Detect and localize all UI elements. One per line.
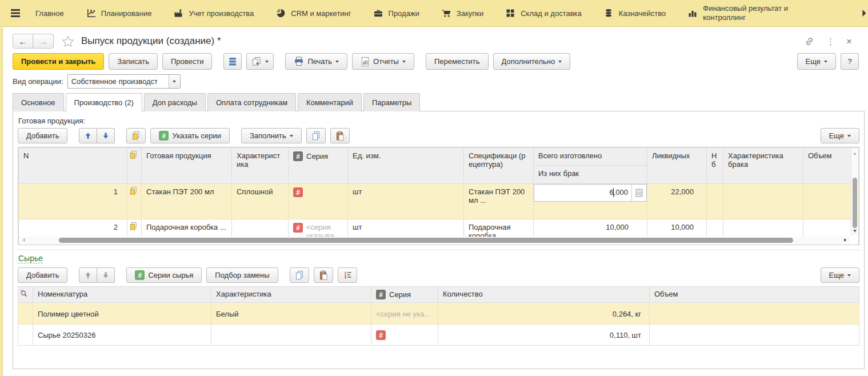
cell-volume[interactable] xyxy=(803,184,859,219)
products-fill-button[interactable]: Заполнить xyxy=(241,128,302,143)
products-specify-series-button[interactable]: # Указать серии xyxy=(150,128,229,143)
cell-doc-icon[interactable] xyxy=(127,184,142,219)
total-made-input[interactable]: 6,000 xyxy=(534,184,647,202)
search-icon xyxy=(20,290,31,298)
tab-osnovnoe[interactable]: Основное xyxy=(13,93,64,111)
tab-oplata-sotrudnikam[interactable]: Оплата сотрудникам xyxy=(207,93,296,111)
post-button[interactable]: Провести xyxy=(162,53,213,70)
scroll-down-icon[interactable] xyxy=(853,230,857,234)
forward-button[interactable]: → xyxy=(33,34,54,49)
materials-move-up-button[interactable] xyxy=(79,267,97,283)
materials-more-button[interactable]: Еще xyxy=(821,267,859,283)
menu-item-label: Казначейство xyxy=(619,9,666,18)
products-add-button[interactable]: Добавить xyxy=(18,128,67,143)
cell-row-marker[interactable] xyxy=(18,325,33,346)
menu-item-glavnoe[interactable]: Главное xyxy=(35,9,64,18)
menu-item-zakupki[interactable]: Закупки xyxy=(441,8,483,18)
materials-sort-button[interactable] xyxy=(338,267,357,283)
scroll-right-icon[interactable] xyxy=(844,238,849,242)
cell-series[interactable]: # xyxy=(371,325,438,346)
scrollbar-thumb[interactable] xyxy=(853,178,857,228)
move-button[interactable]: Переместить xyxy=(426,53,489,70)
cell-volume[interactable] xyxy=(650,325,859,346)
cell-defect-characteristic[interactable] xyxy=(723,184,803,219)
operation-kind-select[interactable]: Собственное производст xyxy=(67,74,181,89)
products-paste-button[interactable] xyxy=(330,128,350,143)
materials-add-button[interactable]: Добавить xyxy=(18,267,67,283)
products-horizontal-scrollbar[interactable] xyxy=(19,237,850,244)
close-icon[interactable]: × xyxy=(846,37,852,46)
scroll-left-icon[interactable] xyxy=(21,238,25,242)
tab-kommentariy[interactable]: Комментарий xyxy=(298,93,362,111)
help-button[interactable]: ? xyxy=(841,53,859,70)
product-row-1[interactable]: 1 Стакан ПЭТ 200 мл Сплошной # шт Стакан… xyxy=(19,184,859,219)
cell-qty[interactable]: 0,110, шт xyxy=(438,325,650,346)
materials-series-button[interactable]: # Серии сырья xyxy=(126,267,202,283)
material-row-2[interactable]: Сырье 20250326 # 0,110, шт xyxy=(18,325,859,346)
products-copy-button[interactable] xyxy=(306,128,326,143)
register-records-button[interactable] xyxy=(223,53,242,70)
cell-characteristic[interactable] xyxy=(211,325,371,346)
cell-nomenclature[interactable]: Сырье 20250326 xyxy=(33,325,211,346)
create-based-on-button[interactable] xyxy=(246,53,274,70)
cell-series[interactable]: # xyxy=(289,184,348,219)
materials-section-link[interactable]: Сырье xyxy=(18,254,43,263)
favorite-star-icon[interactable] xyxy=(62,35,74,47)
menu-item-planirovanie[interactable]: Планирование xyxy=(86,8,152,18)
materials-substitute-button[interactable]: Подбор замены xyxy=(206,267,278,283)
cell-characteristic[interactable]: Сплошной xyxy=(232,184,289,219)
menu-item-finrezultat[interactable]: Финансовый результат и контроллинг xyxy=(687,4,799,23)
menu-item-prodazhi[interactable]: Продажи xyxy=(373,8,419,18)
post-and-close-button[interactable]: Провести и закрыть xyxy=(13,53,104,70)
cell-qty[interactable]: 0,264, кг xyxy=(438,303,650,325)
material-row-1[interactable]: Полимер цветной Белый <серия не ука... 0… xyxy=(18,303,859,325)
dropdown-caret xyxy=(402,61,406,65)
cell-spec[interactable]: Стакан ПЭТ 200 мл ... xyxy=(464,184,534,219)
link-icon[interactable] xyxy=(804,36,815,47)
reports-button[interactable]: Отчеты xyxy=(352,53,414,70)
products-move-up-button[interactable] xyxy=(79,128,97,143)
cell-series[interactable]: <серия не ука... xyxy=(371,303,438,325)
products-characteristics-button[interactable] xyxy=(126,128,146,143)
products-more-button[interactable]: Еще xyxy=(821,128,859,143)
cell-row-marker[interactable] xyxy=(18,303,33,325)
tab-proizvodstvo[interactable]: Производство (2) xyxy=(66,93,142,111)
scrollbar-thumb[interactable] xyxy=(59,238,793,243)
products-vertical-scrollbar[interactable] xyxy=(851,148,858,236)
tab-parametry[interactable]: Параметры xyxy=(363,93,420,111)
kebab-menu-icon[interactable]: ⋮ xyxy=(826,37,835,46)
printer-icon xyxy=(294,57,304,66)
operation-kind-row: Вид операции: Собственное производст xyxy=(0,74,868,93)
materials-copy-button[interactable] xyxy=(290,267,309,283)
cell-volume[interactable] xyxy=(650,303,859,325)
materials-paste-button[interactable] xyxy=(314,267,333,283)
tab-dop-rashody[interactable]: Доп расходы xyxy=(144,93,206,111)
menu-item-sklad-dostavka[interactable]: Склад и доставка xyxy=(505,8,582,18)
more-button[interactable]: Еще xyxy=(797,53,836,70)
hamburger-menu-icon[interactable] xyxy=(10,9,22,18)
cell-nb[interactable] xyxy=(707,184,723,219)
series-hash-icon: # xyxy=(376,330,386,340)
menu-overflow-arrow-icon[interactable] xyxy=(862,9,867,17)
cell-liquid[interactable]: 22,000 xyxy=(647,184,707,219)
cell-unit[interactable]: шт xyxy=(348,184,464,219)
menu-item-crm-marketing[interactable]: CRM и маркетинг xyxy=(275,8,351,18)
cell-characteristic[interactable]: Белый xyxy=(211,303,371,325)
combo-dropdown-button[interactable] xyxy=(169,75,180,88)
document-pair-icon xyxy=(129,150,139,159)
menu-item-uchet-proizvodstva[interactable]: Учет производства xyxy=(173,8,254,18)
write-button[interactable]: Записать xyxy=(109,53,158,70)
print-button[interactable]: Печать xyxy=(285,53,347,70)
calculator-button[interactable] xyxy=(631,185,646,201)
scroll-up-icon[interactable] xyxy=(853,150,857,155)
additional-button[interactable]: Дополнительно xyxy=(493,53,571,70)
cell-nomenclature[interactable]: Полимер цветной xyxy=(33,303,211,325)
menu-item-kaznacheystvo[interactable]: Казначейство xyxy=(603,8,666,18)
products-move-down-button[interactable] xyxy=(97,128,115,143)
cell-product-name[interactable]: Стакан ПЭТ 200 мл xyxy=(142,184,232,219)
materials-move-down-button[interactable] xyxy=(97,267,115,283)
history-nav: ← → xyxy=(13,34,54,49)
arrow-down-icon xyxy=(102,131,110,140)
cell-num[interactable]: 1 xyxy=(19,184,127,219)
back-button[interactable]: ← xyxy=(13,34,33,49)
